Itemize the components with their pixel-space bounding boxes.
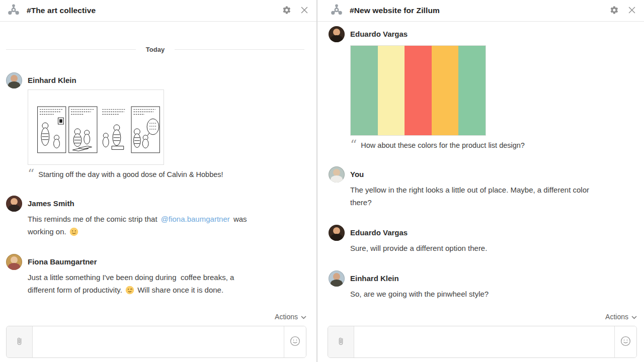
message-list: Eduardo Vargas“How about these colors fo… [317,22,644,312]
chevron-down-icon [631,312,637,321]
message-composer [6,326,306,358]
message: YouThe yellow in the right looks a littl… [329,166,637,209]
message-author[interactable]: Fiona Baumgartner [28,254,306,267]
panel-header: #New website for Zillum [317,0,644,22]
settings-button[interactable] [282,6,291,16]
message: James SmithThis reminds me of the comic … [6,196,306,238]
message-author[interactable]: You [350,166,637,179]
quoted-caption: “How about these colors for the product … [350,141,637,150]
message-author[interactable]: Einhard Klein [350,270,637,284]
message-text: Sure, will provide a different option th… [350,242,637,254]
avatar[interactable] [6,72,22,88]
chat-panel-new-website-zillum: #New website for Zillum Eduardo Vargas“H… [317,0,644,362]
avatar-body [8,263,20,270]
panel-footer: Actions [0,312,316,362]
avatar-body [331,280,343,287]
avatar[interactable] [6,196,22,212]
message-content: Eduardo VargasSure, will provide a diffe… [350,225,637,254]
divider-line [175,49,304,50]
message-text: Just a little something I've been doing … [28,271,306,296]
avatar[interactable] [329,225,345,241]
message-text: This reminds me of the comic strip that … [28,213,306,238]
avatar-head [11,75,18,82]
message-content: Eduardo Vargas“How about these colors fo… [350,26,637,150]
message-input[interactable] [354,326,614,357]
message: Eduardo Vargas“How about these colors fo… [329,26,637,150]
palette-stripe [432,46,459,135]
divider-line [6,49,136,50]
avatar[interactable] [329,270,345,287]
quote-icon: “ [28,170,34,177]
smiley-icon [290,336,300,348]
message-list: Today Einhard Klein“Starting off the day… [0,22,316,312]
avatar-body [331,234,343,241]
gear-icon [610,6,619,16]
mention-link[interactable]: @fiona.baumgartner [161,215,230,223]
emoji-picker-button[interactable] [284,326,306,357]
message: Eduardo VargasSure, will provide a diffe… [329,225,637,254]
channel-title: #New website for Zillum [350,6,601,15]
day-divider: Today [6,46,304,53]
avatar-head [333,29,340,36]
message-input[interactable] [33,326,284,357]
avatar-head [11,198,18,205]
actions-label: Actions [275,313,298,321]
message-content: Einhard KleinSo, are we going with the p… [350,270,637,300]
channel-icon [7,3,20,18]
message-text: The yellow in the right looks a little o… [350,184,637,209]
quoted-caption: “Starting off the day with a good dose o… [28,170,306,179]
avatar-body [8,205,20,212]
slight-smile-emoji [69,227,78,236]
message: Fiona BaumgartnerJust a little something… [6,254,306,296]
paperclip-icon [337,335,345,349]
smiley-icon [620,336,631,348]
palette-stripe [351,46,378,135]
avatar[interactable] [329,166,345,183]
avatar[interactable] [329,26,345,42]
message-author[interactable]: James Smith [28,196,306,209]
avatar-body [331,35,343,42]
gear-icon [282,6,291,16]
actions-menu[interactable]: Actions [328,312,637,321]
panel-footer: Actions [317,312,644,362]
message: Einhard Klein“Starting off the day with … [6,72,306,179]
quote-icon: “ [350,141,357,148]
close-icon [628,6,636,16]
chat-panel-art-collective: #The art collective Today Einhard Klein“… [0,0,316,362]
chevron-down-icon [301,312,306,321]
close-button[interactable] [628,6,636,16]
attach-file-button[interactable] [328,326,354,357]
message-author[interactable]: Eduardo Vargas [350,26,637,39]
avatar-head [11,256,18,263]
attach-file-button[interactable] [7,326,33,357]
day-label: Today [146,46,165,53]
close-button[interactable] [300,6,308,16]
avatar-body [8,81,20,88]
avatar-head [333,227,340,234]
avatar-head [333,169,340,176]
color-palette-image[interactable] [350,45,486,136]
paperclip-icon [15,335,24,349]
settings-button[interactable] [610,6,619,16]
palette-stripe [458,46,486,135]
avatar-body [331,175,343,183]
avatar[interactable] [6,254,22,270]
message-composer [328,326,637,358]
channel-title: #The art collective [27,6,273,15]
message-content: Fiona BaumgartnerJust a little something… [28,254,306,296]
wink-emoji [125,286,134,295]
palette-stripe [405,46,432,135]
message-author[interactable]: Eduardo Vargas [350,225,637,238]
quote-text: How about these colors for the product l… [361,141,525,150]
message-content: James SmithThis reminds me of the comic … [28,196,306,238]
comic-strip-image[interactable] [28,89,164,165]
emoji-picker-button[interactable] [614,326,636,357]
message-author[interactable]: Einhard Klein [28,72,306,85]
message-content: Einhard Klein“Starting off the day with … [28,72,306,179]
close-icon [300,6,308,16]
panel-header: #The art collective [0,0,316,22]
quote-text: Starting off the day with a good dose of… [38,170,223,179]
actions-menu[interactable]: Actions [6,312,306,321]
palette-stripe [378,46,405,135]
message: Einhard KleinSo, are we going with the p… [329,270,637,300]
